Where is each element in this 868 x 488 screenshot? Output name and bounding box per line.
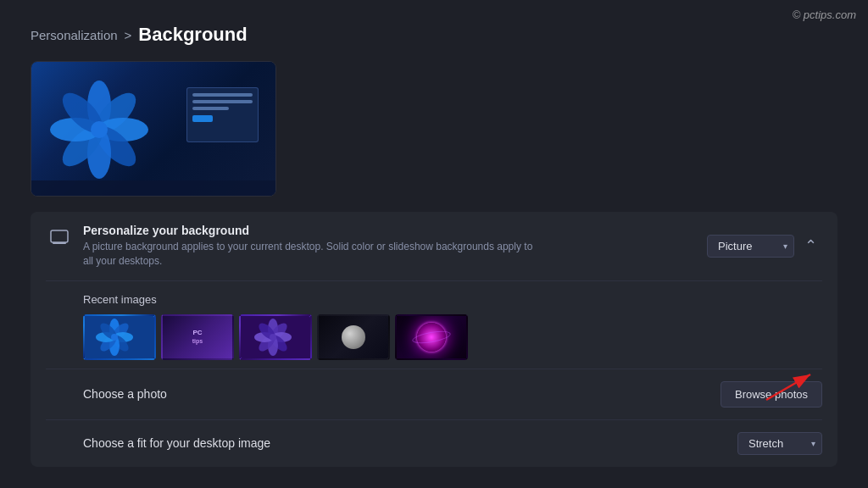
recent-images-label: Recent images: [83, 293, 822, 306]
collapse-button[interactable]: ⌃: [799, 236, 822, 255]
recent-image-win11-blue[interactable]: [83, 314, 156, 360]
svg-point-30: [270, 334, 276, 341]
svg-point-20: [111, 334, 118, 341]
background-type-dropdown[interactable]: Picture Solid color Slideshow Spotlight: [707, 235, 794, 258]
breadcrumb-current: Background: [138, 24, 247, 46]
recent-image-moon[interactable]: [317, 314, 390, 360]
preview-window-line: [192, 93, 253, 97]
preview-window-line: [192, 107, 229, 110]
personalize-row: Personalize your background A picture ba…: [46, 224, 822, 281]
preview-window-button: [192, 115, 213, 122]
preview-taskbar: [31, 180, 275, 196]
choose-fit-label: Choose a fit for your desktop image: [83, 436, 270, 450]
moon-circle: [342, 325, 365, 349]
choose-fit-row: Choose a fit for your desktop image Fill…: [46, 420, 822, 455]
recent-images-section: Recent images: [46, 281, 822, 369]
personalize-text: Personalize your background A picture ba…: [83, 224, 541, 269]
background-icon: [46, 225, 73, 249]
fit-dropdown-wrapper: Fill Fit Stretch Tile Center Span ▾: [737, 432, 822, 455]
choose-photo-label: Choose a photo: [83, 387, 167, 401]
svg-rect-9: [51, 230, 68, 242]
breadcrumb-personalization[interactable]: Personalization: [31, 28, 118, 42]
preview-window-line: [192, 100, 253, 103]
personalize-desc: A picture background applies to your cur…: [83, 240, 541, 269]
recent-images-grid: PC tips: [83, 314, 822, 360]
svg-rect-10: [53, 242, 66, 244]
recent-image-purple-orb[interactable]: [395, 314, 468, 360]
settings-panel: Personalize your background A picture ba…: [31, 212, 837, 467]
preview-wallpaper: [31, 62, 275, 196]
recent-image-win11-purple[interactable]: [239, 314, 312, 360]
choose-photo-row: Choose a photo Browse photos: [46, 369, 822, 420]
breadcrumb-separator: >: [125, 28, 132, 42]
personalize-left: Personalize your background A picture ba…: [46, 224, 541, 269]
background-type-dropdown-wrapper: Picture Solid color Slideshow Spotlight …: [707, 235, 794, 258]
desktop-preview: [31, 61, 276, 197]
watermark: © pctips.com: [793, 8, 856, 21]
breadcrumb: Personalization > Background: [31, 24, 837, 46]
recent-image-pctips[interactable]: PC tips: [161, 314, 234, 360]
svg-point-8: [91, 121, 108, 138]
preview-window: [186, 87, 259, 142]
preview-flower-svg: [40, 70, 175, 189]
fit-dropdown[interactable]: Fill Fit Stretch Tile Center Span: [737, 432, 822, 455]
browse-photos-button[interactable]: Browse photos: [721, 381, 822, 408]
personalize-right: Picture Solid color Slideshow Spotlight …: [707, 235, 822, 258]
personalize-title: Personalize your background: [83, 224, 541, 237]
